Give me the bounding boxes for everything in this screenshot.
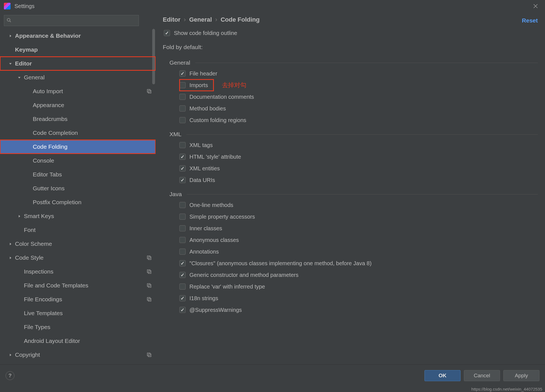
checkbox[interactable] bbox=[179, 165, 186, 171]
arrow-spacer bbox=[17, 297, 22, 302]
footer: ? OK Cancel Apply bbox=[0, 364, 545, 386]
checkbox[interactable] bbox=[179, 214, 186, 220]
checkbox[interactable] bbox=[179, 272, 186, 278]
search-input[interactable] bbox=[4, 15, 139, 26]
sidebar-item-editor[interactable]: Editor bbox=[0, 57, 156, 70]
cancel-button[interactable]: Cancel bbox=[464, 370, 500, 381]
sidebar-item-copyright[interactable]: Copyright bbox=[0, 348, 156, 362]
checkbox[interactable] bbox=[179, 94, 186, 100]
sidebar-item-breadcrumbs[interactable]: Breadcrumbs bbox=[0, 112, 156, 126]
chevron-down-icon bbox=[8, 61, 13, 66]
sidebar-item-general[interactable]: General bbox=[0, 70, 156, 84]
sidebar-item-keymap[interactable]: Keymap bbox=[0, 43, 156, 57]
arrow-spacer bbox=[17, 311, 22, 316]
crumb-editor[interactable]: Editor bbox=[163, 16, 181, 23]
svg-rect-12 bbox=[148, 354, 151, 357]
option-label: "Closures" (anonymous classes implementi… bbox=[189, 260, 372, 267]
scheme-icon bbox=[146, 296, 152, 302]
sidebar-item-label: Gutter Icons bbox=[33, 185, 152, 192]
checkbox[interactable] bbox=[179, 105, 186, 112]
arrow-spacer bbox=[17, 325, 22, 330]
sidebar-item-postfix-completion[interactable]: Postfix Completion bbox=[0, 195, 156, 209]
sidebar-item-code-folding[interactable]: Code Folding bbox=[0, 140, 156, 154]
sidebar-item-console[interactable]: Console bbox=[0, 154, 156, 168]
checkbox[interactable] bbox=[179, 117, 186, 123]
search-icon bbox=[7, 17, 11, 24]
checkbox[interactable] bbox=[179, 295, 186, 301]
option-row: Anonymous classes bbox=[179, 234, 538, 246]
svg-rect-10 bbox=[148, 299, 151, 301]
checkbox[interactable] bbox=[179, 142, 186, 148]
chevron-right-icon: › bbox=[215, 16, 217, 23]
option-label: One-line methods bbox=[189, 202, 233, 208]
sidebar-item-auto-import[interactable]: Auto Import bbox=[0, 84, 156, 98]
arrow-spacer bbox=[17, 227, 22, 232]
sidebar-item-appearance[interactable]: Appearance bbox=[0, 98, 156, 112]
checkbox[interactable] bbox=[179, 307, 186, 313]
crumb-general[interactable]: General bbox=[189, 16, 212, 23]
sidebar-item-live-templates[interactable]: Live Templates bbox=[0, 306, 156, 320]
help-button[interactable]: ? bbox=[6, 371, 14, 380]
checkbox[interactable] bbox=[179, 225, 186, 231]
sidebar-item-label: File Encodings bbox=[24, 296, 144, 303]
apply-button[interactable]: Apply bbox=[503, 370, 539, 381]
option-label: Inner classes bbox=[189, 225, 222, 232]
checkbox[interactable] bbox=[179, 70, 186, 77]
sidebar-item-color-scheme[interactable]: Color Scheme bbox=[0, 237, 156, 251]
checkbox[interactable] bbox=[179, 154, 186, 160]
checkbox[interactable] bbox=[179, 237, 186, 243]
chevron-right-icon: › bbox=[184, 16, 186, 23]
option-row: XML tags bbox=[179, 139, 538, 151]
sidebar-item-file-encodings[interactable]: File Encodings bbox=[0, 292, 156, 306]
sidebar-item-appearance-behavior[interactable]: Appearance & Behavior bbox=[0, 29, 156, 43]
sidebar-item-label: File and Code Templates bbox=[24, 282, 144, 289]
sidebar-item-inspections[interactable]: Inspections bbox=[0, 265, 156, 279]
sidebar-item-code-style[interactable]: Code Style bbox=[0, 251, 156, 265]
show-outline-checkbox[interactable] bbox=[164, 30, 170, 36]
checkbox[interactable] bbox=[179, 260, 186, 266]
sidebar-item-file-types[interactable]: File Types bbox=[0, 320, 156, 334]
checkbox[interactable] bbox=[179, 202, 186, 208]
sidebar-item-smart-keys[interactable]: Smart Keys bbox=[0, 209, 156, 223]
sidebar-item-label: Live Templates bbox=[24, 310, 152, 317]
ok-button[interactable]: OK bbox=[424, 370, 461, 381]
sidebar-item-label: General bbox=[24, 74, 152, 81]
sidebar-item-label: File Types bbox=[24, 324, 152, 330]
checkbox[interactable] bbox=[179, 82, 186, 88]
sidebar-item-code-completion[interactable]: Code Completion bbox=[0, 126, 156, 140]
annotation: 去掉对勾 bbox=[222, 81, 246, 89]
option-label: HTML 'style' attribute bbox=[189, 154, 241, 160]
sidebar-item-gutter-icons[interactable]: Gutter Icons bbox=[0, 181, 156, 195]
option-row: One-line methods bbox=[179, 199, 538, 211]
sidebar-item-font[interactable]: Font bbox=[0, 223, 156, 237]
sidebar-item-file-and-code-templates[interactable]: File and Code Templates bbox=[0, 279, 156, 292]
option-label: Simple property accessors bbox=[189, 214, 255, 220]
crumb-code-folding: Code Folding bbox=[221, 16, 260, 23]
checkbox[interactable] bbox=[179, 249, 186, 255]
reset-link[interactable]: Reset bbox=[522, 17, 538, 24]
option-label: Generic constructor and method parameter… bbox=[189, 272, 298, 278]
sidebar-item-label: Appearance bbox=[33, 102, 152, 108]
chevron-right-icon bbox=[8, 255, 13, 260]
option-label: Data URIs bbox=[189, 177, 215, 183]
close-icon bbox=[533, 4, 538, 9]
arrow-spacer bbox=[26, 200, 31, 205]
sidebar-item-editor-tabs[interactable]: Editor Tabs bbox=[0, 168, 156, 181]
option-row: "Closures" (anonymous classes implementi… bbox=[179, 257, 538, 269]
arrow-spacer bbox=[8, 47, 13, 52]
watermark: https://blog.csdn.net/weixin_44072535 bbox=[471, 387, 542, 391]
main-panel: Editor › General › Code Folding Reset Sh… bbox=[156, 12, 545, 364]
close-button[interactable] bbox=[530, 1, 541, 12]
group-header: General bbox=[163, 54, 538, 68]
arrow-spacer bbox=[26, 158, 31, 163]
arrow-spacer bbox=[17, 338, 22, 343]
option-row: Method bodies bbox=[179, 103, 538, 114]
chevron-right-icon bbox=[8, 33, 13, 38]
checkbox[interactable] bbox=[179, 177, 186, 183]
svg-rect-3 bbox=[147, 256, 150, 259]
checkbox[interactable] bbox=[179, 284, 186, 290]
sidebar-item-android-layout-editor[interactable]: Android Layout Editor bbox=[0, 334, 156, 348]
option-label: I18n strings bbox=[189, 295, 218, 302]
option-label: Method bodies bbox=[189, 105, 226, 112]
option-label: XML entities bbox=[189, 165, 220, 172]
